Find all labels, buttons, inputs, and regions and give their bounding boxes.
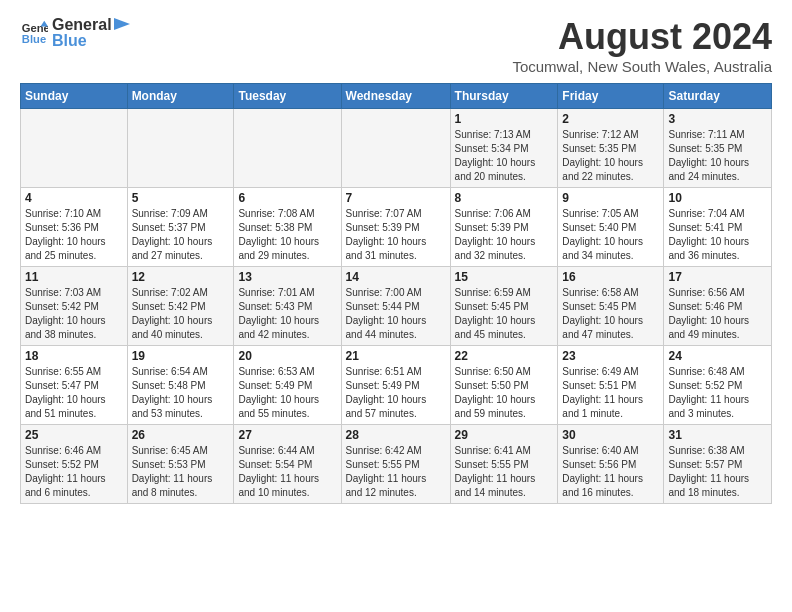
col-header-tuesday: Tuesday xyxy=(234,84,341,109)
day-info: Sunrise: 6:48 AMSunset: 5:52 PMDaylight:… xyxy=(668,365,767,421)
day-info: Sunrise: 7:03 AMSunset: 5:42 PMDaylight:… xyxy=(25,286,123,342)
sub-title: Tocumwal, New South Wales, Australia xyxy=(512,58,772,75)
day-info: Sunrise: 7:05 AMSunset: 5:40 PMDaylight:… xyxy=(562,207,659,263)
day-info: Sunrise: 7:09 AMSunset: 5:37 PMDaylight:… xyxy=(132,207,230,263)
day-number: 29 xyxy=(455,428,554,442)
week-row-3: 11Sunrise: 7:03 AMSunset: 5:42 PMDayligh… xyxy=(21,267,772,346)
day-number: 19 xyxy=(132,349,230,363)
day-number: 27 xyxy=(238,428,336,442)
day-number: 23 xyxy=(562,349,659,363)
day-cell: 29Sunrise: 6:41 AMSunset: 5:55 PMDayligh… xyxy=(450,425,558,504)
day-number: 22 xyxy=(455,349,554,363)
day-number: 5 xyxy=(132,191,230,205)
day-number: 13 xyxy=(238,270,336,284)
day-number: 25 xyxy=(25,428,123,442)
col-header-friday: Friday xyxy=(558,84,664,109)
logo-text-blue: Blue xyxy=(52,32,130,50)
day-number: 14 xyxy=(346,270,446,284)
logo: General Blue General Blue xyxy=(20,16,130,50)
day-cell: 23Sunrise: 6:49 AMSunset: 5:51 PMDayligh… xyxy=(558,346,664,425)
header-row: SundayMondayTuesdayWednesdayThursdayFrid… xyxy=(21,84,772,109)
day-number: 16 xyxy=(562,270,659,284)
logo-arrow-icon xyxy=(114,18,130,30)
day-cell: 2Sunrise: 7:12 AMSunset: 5:35 PMDaylight… xyxy=(558,109,664,188)
col-header-thursday: Thursday xyxy=(450,84,558,109)
day-info: Sunrise: 7:06 AMSunset: 5:39 PMDaylight:… xyxy=(455,207,554,263)
day-number: 24 xyxy=(668,349,767,363)
day-info: Sunrise: 6:45 AMSunset: 5:53 PMDaylight:… xyxy=(132,444,230,500)
week-row-4: 18Sunrise: 6:55 AMSunset: 5:47 PMDayligh… xyxy=(21,346,772,425)
day-cell: 14Sunrise: 7:00 AMSunset: 5:44 PMDayligh… xyxy=(341,267,450,346)
week-row-2: 4Sunrise: 7:10 AMSunset: 5:36 PMDaylight… xyxy=(21,188,772,267)
day-cell: 26Sunrise: 6:45 AMSunset: 5:53 PMDayligh… xyxy=(127,425,234,504)
day-info: Sunrise: 6:51 AMSunset: 5:49 PMDaylight:… xyxy=(346,365,446,421)
day-cell: 28Sunrise: 6:42 AMSunset: 5:55 PMDayligh… xyxy=(341,425,450,504)
day-cell: 27Sunrise: 6:44 AMSunset: 5:54 PMDayligh… xyxy=(234,425,341,504)
day-number: 4 xyxy=(25,191,123,205)
day-number: 2 xyxy=(562,112,659,126)
day-info: Sunrise: 7:11 AMSunset: 5:35 PMDaylight:… xyxy=(668,128,767,184)
header: General Blue General Blue August 2024 To… xyxy=(20,16,772,75)
day-cell: 30Sunrise: 6:40 AMSunset: 5:56 PMDayligh… xyxy=(558,425,664,504)
day-cell: 31Sunrise: 6:38 AMSunset: 5:57 PMDayligh… xyxy=(664,425,772,504)
day-cell xyxy=(234,109,341,188)
day-number: 9 xyxy=(562,191,659,205)
day-info: Sunrise: 6:58 AMSunset: 5:45 PMDaylight:… xyxy=(562,286,659,342)
day-info: Sunrise: 7:08 AMSunset: 5:38 PMDaylight:… xyxy=(238,207,336,263)
day-cell: 11Sunrise: 7:03 AMSunset: 5:42 PMDayligh… xyxy=(21,267,128,346)
day-info: Sunrise: 6:55 AMSunset: 5:47 PMDaylight:… xyxy=(25,365,123,421)
day-cell: 10Sunrise: 7:04 AMSunset: 5:41 PMDayligh… xyxy=(664,188,772,267)
day-cell: 7Sunrise: 7:07 AMSunset: 5:39 PMDaylight… xyxy=(341,188,450,267)
day-number: 31 xyxy=(668,428,767,442)
day-info: Sunrise: 7:04 AMSunset: 5:41 PMDaylight:… xyxy=(668,207,767,263)
day-number: 15 xyxy=(455,270,554,284)
day-info: Sunrise: 6:44 AMSunset: 5:54 PMDaylight:… xyxy=(238,444,336,500)
day-cell: 18Sunrise: 6:55 AMSunset: 5:47 PMDayligh… xyxy=(21,346,128,425)
day-cell: 4Sunrise: 7:10 AMSunset: 5:36 PMDaylight… xyxy=(21,188,128,267)
day-number: 28 xyxy=(346,428,446,442)
day-cell: 8Sunrise: 7:06 AMSunset: 5:39 PMDaylight… xyxy=(450,188,558,267)
day-info: Sunrise: 6:40 AMSunset: 5:56 PMDaylight:… xyxy=(562,444,659,500)
day-cell: 17Sunrise: 6:56 AMSunset: 5:46 PMDayligh… xyxy=(664,267,772,346)
day-number: 8 xyxy=(455,191,554,205)
day-cell: 15Sunrise: 6:59 AMSunset: 5:45 PMDayligh… xyxy=(450,267,558,346)
col-header-sunday: Sunday xyxy=(21,84,128,109)
day-number: 30 xyxy=(562,428,659,442)
col-header-saturday: Saturday xyxy=(664,84,772,109)
day-number: 7 xyxy=(346,191,446,205)
day-cell: 1Sunrise: 7:13 AMSunset: 5:34 PMDaylight… xyxy=(450,109,558,188)
col-header-wednesday: Wednesday xyxy=(341,84,450,109)
day-info: Sunrise: 7:07 AMSunset: 5:39 PMDaylight:… xyxy=(346,207,446,263)
day-number: 20 xyxy=(238,349,336,363)
day-cell: 19Sunrise: 6:54 AMSunset: 5:48 PMDayligh… xyxy=(127,346,234,425)
day-number: 6 xyxy=(238,191,336,205)
day-info: Sunrise: 6:50 AMSunset: 5:50 PMDaylight:… xyxy=(455,365,554,421)
col-header-monday: Monday xyxy=(127,84,234,109)
day-cell xyxy=(341,109,450,188)
day-cell xyxy=(21,109,128,188)
day-number: 10 xyxy=(668,191,767,205)
day-cell: 12Sunrise: 7:02 AMSunset: 5:42 PMDayligh… xyxy=(127,267,234,346)
day-number: 3 xyxy=(668,112,767,126)
day-info: Sunrise: 7:02 AMSunset: 5:42 PMDaylight:… xyxy=(132,286,230,342)
day-number: 17 xyxy=(668,270,767,284)
day-number: 1 xyxy=(455,112,554,126)
day-info: Sunrise: 6:54 AMSunset: 5:48 PMDaylight:… xyxy=(132,365,230,421)
day-cell: 5Sunrise: 7:09 AMSunset: 5:37 PMDaylight… xyxy=(127,188,234,267)
day-info: Sunrise: 6:53 AMSunset: 5:49 PMDaylight:… xyxy=(238,365,336,421)
day-number: 26 xyxy=(132,428,230,442)
day-number: 12 xyxy=(132,270,230,284)
day-cell: 13Sunrise: 7:01 AMSunset: 5:43 PMDayligh… xyxy=(234,267,341,346)
week-row-5: 25Sunrise: 6:46 AMSunset: 5:52 PMDayligh… xyxy=(21,425,772,504)
day-info: Sunrise: 6:42 AMSunset: 5:55 PMDaylight:… xyxy=(346,444,446,500)
day-info: Sunrise: 6:59 AMSunset: 5:45 PMDaylight:… xyxy=(455,286,554,342)
day-cell: 3Sunrise: 7:11 AMSunset: 5:35 PMDaylight… xyxy=(664,109,772,188)
day-info: Sunrise: 7:13 AMSunset: 5:34 PMDaylight:… xyxy=(455,128,554,184)
svg-text:Blue: Blue xyxy=(22,33,46,45)
day-info: Sunrise: 6:38 AMSunset: 5:57 PMDaylight:… xyxy=(668,444,767,500)
day-info: Sunrise: 7:00 AMSunset: 5:44 PMDaylight:… xyxy=(346,286,446,342)
day-info: Sunrise: 6:49 AMSunset: 5:51 PMDaylight:… xyxy=(562,365,659,421)
day-info: Sunrise: 6:46 AMSunset: 5:52 PMDaylight:… xyxy=(25,444,123,500)
day-info: Sunrise: 7:10 AMSunset: 5:36 PMDaylight:… xyxy=(25,207,123,263)
calendar-table: SundayMondayTuesdayWednesdayThursdayFrid… xyxy=(20,83,772,504)
